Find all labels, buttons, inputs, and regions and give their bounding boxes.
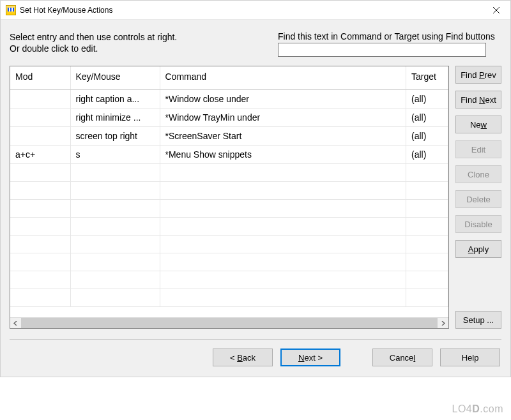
chevron-right-icon	[441, 321, 445, 326]
find-prev-button[interactable]: Find Prev	[455, 66, 501, 84]
table-header-row[interactable]: Mod Key/Mouse Command Target	[10, 66, 448, 89]
table-row[interactable]: right minimize ...*Window TrayMin under(…	[10, 108, 448, 126]
cell-command: *Window close under	[160, 89, 406, 108]
cell-key	[70, 235, 160, 253]
cell-key	[70, 271, 160, 289]
cell-command	[160, 253, 406, 271]
chevron-left-icon	[13, 321, 18, 326]
cell-mod	[10, 126, 70, 145]
table-row[interactable]: screen top right*ScreenSaver Start(all)	[10, 126, 448, 145]
help-button[interactable]: Help	[440, 349, 500, 366]
cell-command	[160, 289, 406, 306]
cell-target	[406, 253, 448, 271]
cell-command: *Window TrayMin under	[160, 108, 406, 126]
cell-key: screen top right	[70, 126, 160, 145]
col-mod[interactable]: Mod	[10, 66, 70, 89]
actions-grid[interactable]: Mod Key/Mouse Command Target right capti…	[10, 66, 449, 329]
cell-command	[160, 181, 406, 199]
cell-mod	[10, 163, 70, 181]
cell-command	[160, 163, 406, 181]
cancel-button[interactable]: Cancel	[372, 349, 432, 366]
cell-mod	[10, 253, 70, 271]
table-row[interactable]	[10, 217, 448, 235]
back-button[interactable]: < Back	[213, 349, 273, 366]
table-row[interactable]	[10, 235, 448, 253]
instructions-line2: Or double click to edit.	[10, 43, 98, 54]
cell-target	[406, 289, 448, 306]
cell-target	[406, 199, 448, 217]
table-row[interactable]: a+c+s*Menu Show snippets(all)	[10, 145, 448, 163]
cell-target: (all)	[406, 145, 448, 163]
col-target[interactable]: Target	[406, 66, 448, 89]
cell-target	[406, 271, 448, 289]
new-button[interactable]: New	[455, 116, 501, 133]
cell-target: (all)	[406, 89, 448, 108]
instructions-line1: Select entry and then use controls at ri…	[10, 32, 177, 42]
table-row[interactable]	[10, 163, 448, 181]
setup-button[interactable]: Setup ...	[455, 311, 501, 329]
cell-key	[70, 181, 160, 199]
cell-key	[70, 199, 160, 217]
table-row[interactable]	[10, 253, 448, 271]
scroll-left-button[interactable]	[10, 318, 21, 328]
close-icon	[493, 7, 500, 13]
next-button[interactable]: Next >	[280, 349, 340, 366]
col-key[interactable]: Key/Mouse	[70, 66, 160, 89]
cell-mod: a+c+	[10, 145, 70, 163]
find-next-button[interactable]: Find Next	[455, 91, 501, 109]
cell-command	[160, 235, 406, 253]
cell-target	[406, 163, 448, 181]
separator	[10, 339, 501, 340]
app-icon	[6, 5, 16, 15]
cell-mod	[10, 181, 70, 199]
cell-target	[406, 235, 448, 253]
cell-command	[160, 271, 406, 289]
instructions-text: Select entry and then use controls at ri…	[10, 31, 252, 57]
find-input[interactable]	[278, 43, 486, 57]
table-row[interactable]	[10, 199, 448, 217]
client-area: Select entry and then use controls at ri…	[1, 20, 510, 377]
dialog-window: Set Hot Key/Mouse Actions Select entry a…	[0, 0, 511, 377]
cell-mod	[10, 271, 70, 289]
cell-target	[406, 217, 448, 235]
cell-command	[160, 199, 406, 217]
titlebar[interactable]: Set Hot Key/Mouse Actions	[1, 1, 510, 20]
cell-mod	[10, 89, 70, 108]
edit-button[interactable]: Edit	[455, 140, 501, 158]
watermark: LO4D.com	[452, 403, 503, 415]
cell-key	[70, 217, 160, 235]
cell-key: s	[70, 145, 160, 163]
cell-mod	[10, 199, 70, 217]
apply-button[interactable]: Apply	[455, 240, 501, 258]
table-row[interactable]	[10, 289, 448, 306]
cell-target	[406, 181, 448, 199]
cell-mod	[10, 217, 70, 235]
cell-command: *ScreenSaver Start	[160, 126, 406, 145]
delete-button[interactable]: Delete	[455, 190, 501, 208]
window-title: Set Hot Key/Mouse Actions	[20, 6, 112, 15]
col-command[interactable]: Command	[160, 66, 406, 89]
cell-mod	[10, 235, 70, 253]
table-row[interactable]: right caption a...*Window close under(al…	[10, 89, 448, 108]
cell-key	[70, 163, 160, 181]
cell-command: *Menu Show snippets	[160, 145, 406, 163]
scroll-thumb[interactable]	[21, 318, 438, 328]
disable-button[interactable]: Disable	[455, 215, 501, 233]
table-row[interactable]	[10, 181, 448, 199]
scroll-right-button[interactable]	[438, 318, 448, 328]
cell-mod	[10, 289, 70, 306]
cell-key: right caption a...	[70, 89, 160, 108]
cell-target: (all)	[406, 108, 448, 126]
close-button[interactable]	[482, 1, 510, 20]
cell-target: (all)	[406, 126, 448, 145]
cell-mod	[10, 108, 70, 126]
clone-button[interactable]: Clone	[455, 165, 501, 183]
cell-key	[70, 289, 160, 306]
cell-command	[160, 217, 406, 235]
horizontal-scrollbar[interactable]	[10, 317, 448, 328]
table-row[interactable]	[10, 271, 448, 289]
cell-key	[70, 253, 160, 271]
find-label: Find this text in Command or Target usin…	[278, 31, 495, 41]
cell-key: right minimize ...	[70, 108, 160, 126]
